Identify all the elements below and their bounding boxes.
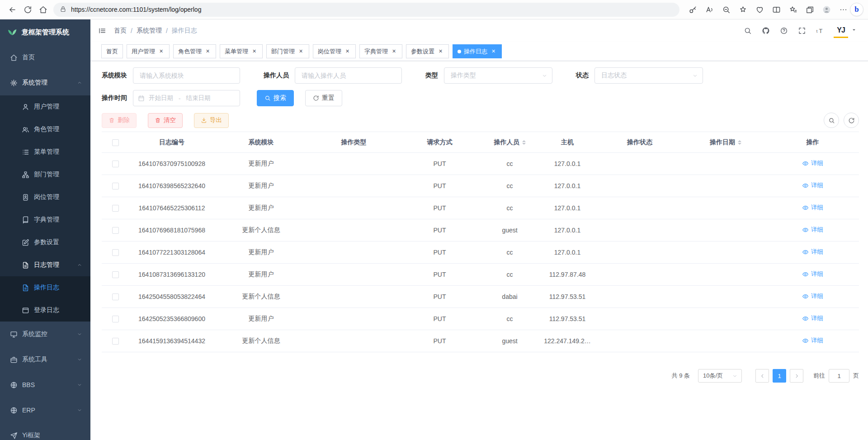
tab-param-settings[interactable]: 参数设置× xyxy=(406,44,449,58)
sidebar-item-system-mgmt[interactable]: 系统管理 xyxy=(0,70,90,95)
font-size-icon[interactable]: tT xyxy=(812,23,828,39)
close-tab-icon[interactable]: × xyxy=(437,48,444,55)
collections-icon[interactable] xyxy=(803,3,816,16)
sidebar-item-dept-mgmt[interactable]: 部门管理 xyxy=(0,163,90,186)
toggle-search-button[interactable] xyxy=(824,113,839,128)
favorite-add-star-icon[interactable] xyxy=(736,3,750,16)
sidebar-item-erp[interactable]: ERP xyxy=(0,397,90,423)
user-menu-caret-icon[interactable] xyxy=(851,27,859,35)
sidebar-item-dict-mgmt[interactable]: 字典管理 xyxy=(0,208,90,231)
tab-dict-mgmt[interactable]: 字典管理× xyxy=(359,44,402,58)
tab-home[interactable]: 首页 xyxy=(101,44,123,58)
row-checkbox[interactable] xyxy=(112,161,119,167)
close-tab-icon[interactable]: × xyxy=(204,48,211,55)
sidebar-item-oper-log[interactable]: 操作日志 xyxy=(0,276,90,299)
detail-link[interactable]: 详细 xyxy=(802,181,823,189)
refresh-table-button[interactable] xyxy=(844,113,859,128)
row-checkbox[interactable] xyxy=(112,293,119,300)
read-aloud-icon[interactable] xyxy=(703,3,716,16)
row-checkbox[interactable] xyxy=(112,227,119,234)
sidebar-item-param-settings[interactable]: 参数设置 xyxy=(0,231,90,254)
detail-link[interactable]: 详细 xyxy=(802,314,823,322)
profile-icon[interactable] xyxy=(820,3,833,16)
split-screen-icon[interactable] xyxy=(769,3,783,16)
close-tab-icon[interactable]: × xyxy=(344,48,351,55)
favorites-hub-icon[interactable] xyxy=(786,3,800,16)
collapse-sidebar-icon[interactable] xyxy=(94,23,110,39)
row-checkbox[interactable] xyxy=(112,249,119,256)
reset-button[interactable]: 重置 xyxy=(305,90,342,106)
operator-filter-input[interactable] xyxy=(295,67,402,84)
sidebar-item-system-tools[interactable]: 系统工具 xyxy=(0,347,90,372)
page-jumper-input[interactable] xyxy=(829,369,849,383)
sidebar-item-bbs[interactable]: BBS xyxy=(0,372,90,397)
sort-carets-icon[interactable] xyxy=(522,140,526,145)
module-filter-input[interactable] xyxy=(133,67,240,84)
sidebar-item-home[interactable]: 首页 xyxy=(0,45,90,70)
github-icon[interactable] xyxy=(758,23,774,39)
detail-link[interactable]: 详细 xyxy=(802,270,823,278)
tab-oper-log[interactable]: 操作日志× xyxy=(453,44,502,58)
url-input[interactable] xyxy=(71,6,673,13)
date-range-picker[interactable]: 开始日期 - 结束日期 xyxy=(133,90,240,106)
page-size-select[interactable]: 10条/页 xyxy=(698,369,742,383)
export-button[interactable]: 导出 xyxy=(194,113,229,128)
sidebar-item-log-mgmt[interactable]: 日志管理 xyxy=(0,254,90,276)
clear-button[interactable]: 清空 xyxy=(148,113,183,128)
close-tab-icon[interactable]: × xyxy=(391,48,397,55)
detail-link[interactable]: 详细 xyxy=(802,292,823,300)
help-icon[interactable] xyxy=(776,23,792,39)
next-page-button[interactable] xyxy=(790,369,803,383)
status-filter-select[interactable]: 日志状态 xyxy=(594,67,703,84)
row-checkbox[interactable] xyxy=(112,338,119,345)
sidebar-item-role-mgmt[interactable]: 角色管理 xyxy=(0,118,90,141)
row-checkbox[interactable] xyxy=(112,183,119,189)
detail-link[interactable]: 详细 xyxy=(802,226,823,234)
row-checkbox[interactable] xyxy=(112,205,119,212)
page-number-button[interactable]: 1 xyxy=(773,369,786,383)
avatar[interactable]: YJ xyxy=(834,24,848,38)
search-button[interactable]: 搜索 xyxy=(257,90,294,106)
settings-ellipsis-icon[interactable] xyxy=(836,3,850,16)
detail-link[interactable]: 详细 xyxy=(802,203,823,212)
row-checkbox[interactable] xyxy=(112,316,119,322)
sidebar-item-login-log[interactable]: 登录日志 xyxy=(0,299,90,322)
address-bar[interactable] xyxy=(53,3,679,17)
password-key-icon[interactable] xyxy=(686,3,699,16)
tab-user-mgmt[interactable]: 用户管理× xyxy=(127,44,170,58)
detail-link[interactable]: 详细 xyxy=(802,159,823,167)
prev-page-button[interactable] xyxy=(755,369,769,383)
browser-back-icon[interactable] xyxy=(5,2,20,17)
type-filter-select[interactable]: 操作类型 xyxy=(444,67,552,84)
detail-link[interactable]: 详细 xyxy=(802,336,823,345)
browser-refresh-icon[interactable] xyxy=(20,2,35,17)
copilot-icon[interactable]: b xyxy=(850,3,863,16)
sidebar-item-yi-framework[interactable]: Yi框架 xyxy=(0,423,90,440)
select-all-checkbox[interactable] xyxy=(112,139,119,146)
end-date-placeholder[interactable]: 结束日期 xyxy=(186,94,211,102)
sidebar-item-system-monitor[interactable]: 系统监控 xyxy=(0,322,90,347)
sort-carets-icon[interactable] xyxy=(738,140,741,145)
app-logo[interactable]: 意框架管理系统 xyxy=(0,19,90,45)
close-tab-icon[interactable]: × xyxy=(251,48,258,55)
close-tab-icon[interactable]: × xyxy=(490,48,497,55)
col-header-operator[interactable]: 操作人员 xyxy=(479,132,540,153)
tab-role-mgmt[interactable]: 角色管理× xyxy=(173,44,216,58)
sidebar-item-post-mgmt[interactable]: 岗位管理 xyxy=(0,186,90,208)
tab-dept-mgmt[interactable]: 部门管理× xyxy=(266,44,309,58)
start-date-placeholder[interactable]: 开始日期 xyxy=(149,94,173,102)
sidebar-item-menu-mgmt[interactable]: 菜单管理 xyxy=(0,141,90,163)
browser-home-icon[interactable] xyxy=(35,2,51,17)
zoom-icon[interactable] xyxy=(719,3,733,16)
browser-essentials-icon[interactable] xyxy=(753,3,766,16)
fullscreen-icon[interactable] xyxy=(794,23,810,39)
delete-button[interactable]: 删除 xyxy=(102,113,137,128)
breadcrumb-system-mgmt[interactable]: 系统管理 xyxy=(137,27,162,35)
tab-post-mgmt[interactable]: 岗位管理× xyxy=(313,44,356,58)
sidebar-item-user-mgmt[interactable]: 用户管理 xyxy=(0,95,90,118)
close-tab-icon[interactable]: × xyxy=(297,48,304,55)
col-header-date[interactable]: 操作日期 xyxy=(685,132,766,153)
detail-link[interactable]: 详细 xyxy=(802,248,823,256)
search-icon[interactable] xyxy=(740,23,756,39)
breadcrumb-home[interactable]: 首页 xyxy=(114,27,127,35)
